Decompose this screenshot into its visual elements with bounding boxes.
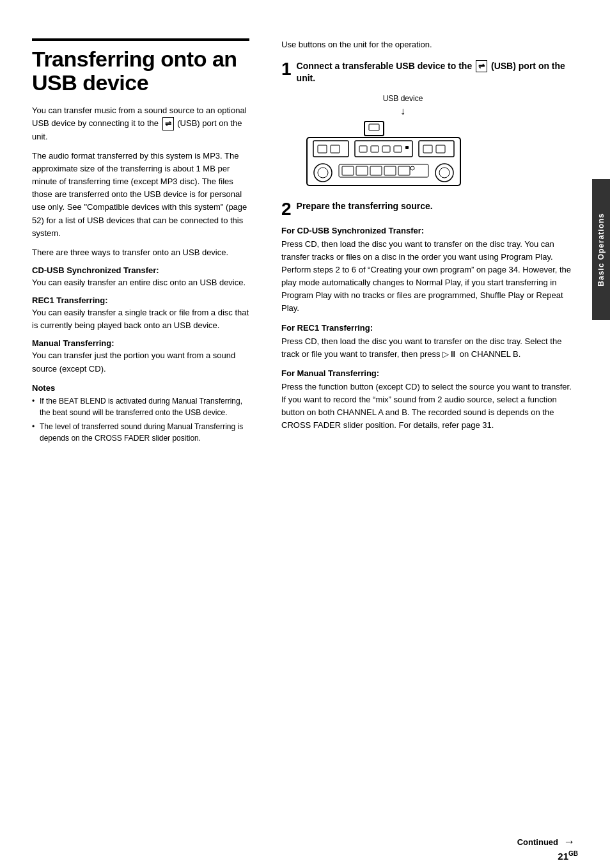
intro-para3: There are three ways to transfer onto an… bbox=[32, 246, 249, 259]
top-rule bbox=[32, 38, 249, 41]
svg-rect-2 bbox=[355, 141, 412, 157]
svg-point-22 bbox=[435, 164, 453, 182]
notes-heading: Notes bbox=[32, 383, 249, 393]
note-item-2: The level of transferred sound during Ma… bbox=[32, 421, 249, 444]
svg-point-14 bbox=[318, 168, 328, 178]
step2-title: Prepare the transferring source. bbox=[297, 200, 433, 213]
for-manual-text: Press the function button (except CD) to… bbox=[281, 381, 578, 432]
svg-rect-8 bbox=[382, 146, 390, 152]
intro-para1: You can transfer music from a sound sour… bbox=[32, 104, 249, 143]
svg-rect-6 bbox=[359, 146, 367, 152]
svg-point-13 bbox=[314, 164, 332, 182]
for-cd-usb-heading: For CD-USB Synchronized Transfer: bbox=[281, 226, 578, 235]
usb-device-label: USB device bbox=[332, 94, 473, 103]
for-cd-usb-text: Press CD, then load the disc you want to… bbox=[281, 238, 578, 315]
manual-heading: Manual Transferring: bbox=[32, 338, 249, 348]
continued-label: Continued bbox=[517, 837, 558, 847]
note-item-1: If the BEAT BLEND is activated during Ma… bbox=[32, 395, 249, 418]
use-buttons-text: Use buttons on the unit for the operatio… bbox=[281, 38, 578, 51]
page-suffix: GB bbox=[568, 850, 578, 857]
svg-rect-20 bbox=[398, 166, 410, 175]
step2-number: 2 bbox=[281, 200, 292, 218]
svg-rect-17 bbox=[356, 166, 368, 175]
notes-list: If the BEAT BLEND is activated during Ma… bbox=[32, 395, 249, 444]
cd-usb-heading: CD-USB Synchronized Transfer: bbox=[32, 265, 249, 275]
rec1-text: You can easily transfer a single track o… bbox=[32, 306, 249, 332]
side-tab-label: Basic Operations bbox=[597, 213, 606, 287]
continued-arrow-icon: → bbox=[563, 835, 575, 849]
svg-rect-12 bbox=[436, 145, 445, 153]
side-tab: Basic Operations bbox=[592, 179, 610, 320]
for-manual-heading: For Manual Transferring: bbox=[281, 368, 578, 378]
usb-arrow-icon: ↓ bbox=[332, 106, 473, 117]
page-title: Transferring onto an USB device bbox=[32, 47, 249, 95]
step1-block: 1 Connect a transferable USB device to t… bbox=[281, 60, 578, 189]
svg-rect-7 bbox=[371, 146, 379, 152]
svg-rect-11 bbox=[423, 145, 432, 153]
step1-title: Connect a transferable USB device to the… bbox=[297, 60, 578, 85]
svg-point-23 bbox=[439, 168, 450, 178]
svg-rect-5 bbox=[331, 145, 340, 153]
for-rec1-heading: For REC1 Transferring: bbox=[281, 323, 578, 333]
manual-text: You can transfer just the portion you wa… bbox=[32, 349, 249, 375]
svg-rect-16 bbox=[342, 166, 354, 175]
svg-rect-19 bbox=[384, 166, 396, 175]
usb-symbol-step1: ⇌ bbox=[476, 60, 487, 72]
step1-number: 1 bbox=[281, 60, 292, 78]
svg-rect-25 bbox=[369, 124, 379, 130]
for-rec1-text: Press CD, then load the disc you want to… bbox=[281, 335, 578, 361]
svg-rect-9 bbox=[394, 146, 402, 152]
step2-block: 2 Prepare the transferring source. For C… bbox=[281, 200, 578, 432]
cd-usb-text: You can easily transfer an entire disc o… bbox=[32, 276, 249, 289]
usb-diagram: USB device ↓ bbox=[294, 94, 473, 189]
svg-rect-18 bbox=[370, 166, 382, 175]
svg-rect-4 bbox=[318, 145, 327, 153]
svg-rect-24 bbox=[364, 122, 384, 136]
intro-para2: The audio format transferred by this sys… bbox=[32, 150, 249, 240]
rec1-heading: REC1 Transferring: bbox=[32, 296, 249, 305]
device-illustration bbox=[301, 118, 467, 189]
svg-point-21 bbox=[411, 166, 414, 170]
page-number: 21GB bbox=[558, 851, 578, 862]
svg-rect-10 bbox=[405, 146, 409, 149]
